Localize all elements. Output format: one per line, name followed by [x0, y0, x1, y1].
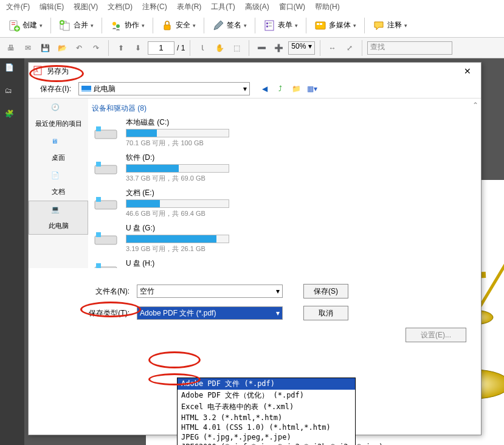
dropdown-arrow-icon: ▾ [353, 22, 356, 29]
collaborate-icon [110, 19, 122, 32]
thumbnails-panel-icon[interactable]: 🗂 [5, 86, 19, 101]
collab-label: 协作 [125, 20, 139, 30]
dialog-close-button[interactable]: ✕ [459, 65, 476, 77]
filetype-combo[interactable]: Adobe PDF 文件 (*.pdf)▾ [137, 306, 283, 320]
svg-rect-16 [317, 23, 319, 25]
places-bar: 🕘最近使用的项目 🖥桌面 📄文档 💻此电脑 [29, 98, 88, 268]
attachments-panel-icon[interactable]: 🧩 [5, 109, 19, 124]
drive-sub: 33.7 GB 可用，共 69.0 GB [126, 174, 229, 183]
menu-tools[interactable]: 工具(T) [207, 1, 238, 13]
menu-help[interactable]: 帮助(H) [311, 1, 343, 13]
zoom-out-icon[interactable]: ➖ [254, 41, 269, 55]
dialog-titlebar: A 另存为 ✕ [29, 63, 481, 80]
drive-name: 软件 (D:) [126, 153, 229, 163]
filename-input[interactable]: 空竹▾ [137, 285, 283, 298]
menu-forms[interactable]: 表单(R) [173, 1, 205, 13]
back-icon[interactable]: ◀ [258, 83, 271, 95]
place-thispc[interactable]: 💻此电脑 [29, 201, 88, 235]
page-down-icon[interactable]: ⬇ [131, 41, 145, 55]
fit-width-icon[interactable]: ↔ [325, 41, 340, 55]
dropdown-arrow-icon: ▾ [295, 22, 298, 29]
place-documents[interactable]: 📄文档 [29, 167, 88, 201]
menu-advanced[interactable]: 高级(A) [241, 1, 273, 13]
secondary-toolbar: 🖶 ✉ 💾 📂 ↶ ↷ ⬆ ⬇ / 1 Ꙇ ✋ ⬚ ➖ ➕ 50% ▾ ↔ ⤢ … [0, 38, 504, 58]
combine-button[interactable]: 合并▾ [55, 16, 98, 35]
filetype-option[interactable]: JPEG (*.jpg,*.jpeg,*.jpe) [178, 432, 355, 442]
drive-icon [92, 229, 120, 248]
drive-item[interactable]: 软件 (D:)33.7 GB 可用，共 69.0 GB [91, 151, 475, 187]
mail-icon[interactable]: ✉ [21, 41, 35, 55]
drive-usage-bar [126, 129, 229, 137]
drive-item[interactable]: 文档 (E:)46.6 GB 可用，共 69.4 GB [91, 187, 475, 222]
cancel-button[interactable]: 取消 [303, 306, 348, 320]
place-recent[interactable]: 🕘最近使用的项目 [29, 98, 88, 133]
collaborate-button[interactable]: 协作▾ [106, 16, 149, 35]
fit-page-icon[interactable]: ⤢ [342, 41, 357, 55]
filetype-option[interactable]: HTML 4.01 (CSS 1.0) (*.html,*.htm) [178, 423, 355, 432]
filetype-option[interactable]: Excel 电子表格中的表 (*.xml) [178, 401, 355, 413]
create-button[interactable]: 创建▾ [4, 16, 47, 35]
forms-button[interactable]: 表单▾ [259, 16, 302, 35]
place-desktop[interactable]: 🖥桌面 [29, 133, 88, 167]
dropdown-arrow-icon: ▾ [40, 22, 43, 29]
drive-sub: 70.1 GB 可用，共 100 GB [126, 139, 229, 148]
menu-comments[interactable]: 注释(C) [139, 1, 171, 13]
page-up-icon[interactable]: ⬆ [114, 41, 128, 55]
view-menu-icon[interactable]: ▦▾ [306, 83, 318, 95]
secure-button[interactable]: 安全▾ [157, 16, 200, 35]
filetype-option[interactable]: Adobe PDF 文件（优化） (*.pdf) [178, 390, 355, 401]
save-in-combo[interactable]: 此电脑 ▾ [78, 82, 250, 95]
save-button[interactable]: 保存(S) [303, 284, 348, 298]
drive-item[interactable]: U 盘 (H:) [91, 257, 475, 268]
svg-rect-27 [81, 90, 91, 92]
zoom-select[interactable]: 50% ▾ [288, 41, 314, 55]
undo-icon[interactable]: ↶ [72, 41, 86, 55]
chevron-down-icon: ▾ [276, 287, 280, 295]
dropdown-arrow-icon: ▾ [244, 22, 247, 29]
drive-item[interactable]: 本地磁盘 (C:)70.1 GB 可用，共 100 GB [91, 116, 475, 151]
dialog-title: 另存为 [47, 66, 69, 77]
drive-list[interactable]: 设备和驱动器 (8)⌃ 本地磁盘 (C:)70.1 GB 可用，共 100 GB… [88, 98, 481, 268]
menu-edit[interactable]: 编辑(E) [36, 1, 67, 13]
svg-rect-33 [96, 197, 101, 202]
page-panel-icon[interactable]: 📄 [5, 63, 19, 78]
filename-label: 文件名(N): [33, 286, 132, 297]
menu-view[interactable]: 视图(V) [70, 1, 102, 13]
drive-usage-bar [126, 164, 229, 173]
svg-rect-11 [266, 22, 268, 24]
new-folder-icon[interactable]: 📁 [290, 83, 302, 95]
settings-button[interactable]: 设置(E)... [406, 328, 466, 342]
combine-label: 合并 [74, 20, 88, 30]
page-number-input[interactable] [148, 41, 174, 55]
marquee-icon[interactable]: ⬚ [229, 41, 244, 55]
menu-file[interactable]: 文件(F) [2, 1, 33, 13]
sign-button[interactable]: 签名▾ [208, 16, 251, 35]
up-icon[interactable]: ⤴ [274, 83, 286, 95]
svg-rect-29 [96, 126, 101, 131]
svg-rect-14 [269, 26, 272, 27]
multimedia-button[interactable]: 多媒体▾ [310, 16, 361, 35]
comment-label: 注释 [387, 20, 402, 30]
find-input[interactable]: 查找 [367, 41, 452, 55]
filetype-option[interactable]: HTML 3.2 (*.html,*.htm) [178, 413, 355, 423]
redo-icon[interactable]: ↷ [89, 41, 103, 55]
svg-point-7 [112, 22, 116, 26]
save-in-label: 保存在(I): [33, 84, 74, 94]
collapse-icon[interactable]: ⌃ [472, 101, 478, 109]
drive-item[interactable]: U 盘 (G:)3.19 GB 可用，共 26.1 GB [91, 222, 475, 257]
zoom-in-icon[interactable]: ➕ [271, 41, 286, 55]
comment-button[interactable]: 注释▾ [368, 16, 412, 35]
dropdown-arrow-icon: ▾ [193, 22, 196, 29]
filetype-dropdown[interactable]: Adobe PDF 文件 (*.pdf)Adobe PDF 文件（优化） (*.… [177, 378, 356, 445]
drives-header[interactable]: 设备和驱动器 (8)⌃ [91, 101, 475, 116]
save-icon[interactable]: 💾 [38, 41, 52, 55]
drive-name: U 盘 (G:) [126, 223, 229, 233]
filetype-option[interactable]: Adobe PDF 文件 (*.pdf) [178, 378, 355, 390]
select-tool-icon[interactable]: Ꙇ [195, 41, 210, 55]
menu-doc[interactable]: 文档(D) [104, 1, 136, 13]
print-icon[interactable]: 🖶 [4, 41, 18, 55]
menu-window[interactable]: 窗口(W) [275, 1, 309, 13]
hand-tool-icon[interactable]: ✋ [212, 41, 227, 55]
filetype-option[interactable]: JPEG2000 (*.jpf,*.jpx,*.jp2,*.j2k,*.j2c,… [178, 442, 355, 445]
open-icon[interactable]: 📂 [55, 41, 69, 55]
